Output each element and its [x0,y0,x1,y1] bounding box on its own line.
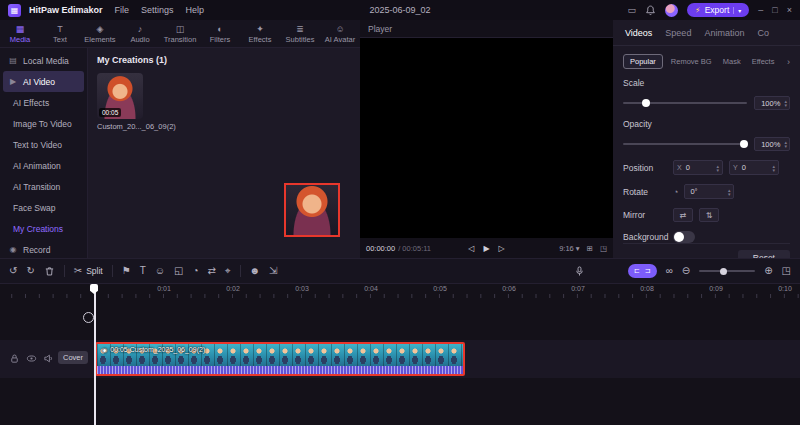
close-button[interactable]: × [787,5,792,15]
zoom-slider-knob[interactable] [720,268,727,275]
tab-speed[interactable]: Speed [665,28,691,38]
marker-icon[interactable]: ⚑ [122,266,131,276]
sticker-icon[interactable]: ☺ [155,266,165,276]
tab-transition[interactable]: ◫ Transition [160,20,200,47]
tab-ai-avatar[interactable]: ☺ AI Avatar [320,20,360,47]
rotate-value: 0° [688,187,725,196]
sidebar-item-ai-effects[interactable]: AI Effects [0,92,87,113]
player-video-area[interactable] [360,38,613,238]
opacity-slider[interactable] [623,143,747,145]
delete-icon[interactable] [44,266,55,277]
tab-videos[interactable]: Videos [625,28,652,38]
opacity-slider-thumb[interactable] [740,140,748,148]
next-frame-button[interactable]: ▷ [499,244,505,253]
export-button[interactable]: ⚡ Export ▾ [687,3,749,17]
snap-link-toggle[interactable]: ⊏ ⊐ [628,264,657,278]
sidebar-item-face-swap[interactable]: Face Swap [0,197,87,218]
stepper-arrows[interactable]: ▴▾ [784,99,787,107]
tab-subtitles[interactable]: ≣ Subtitles [280,20,320,47]
sidebar-item-label: AI Animation [13,161,61,171]
chip-mask[interactable]: Mask [720,55,744,68]
scale-value-box[interactable]: 100% ▴▾ [754,96,790,110]
text-tool-icon[interactable]: T [140,266,146,276]
notifications-icon[interactable] [645,5,656,16]
fullscreen-icon[interactable]: ◳ [600,244,607,253]
sidebar-item-ai-video[interactable]: ▶ AI Video [3,71,84,92]
chip-remove-bg[interactable]: Remove BG [668,55,715,68]
link-clips-icon[interactable]: ∞ [666,266,673,276]
tab-audio[interactable]: ♪ Audio [120,20,160,47]
rotate-stepper[interactable]: 0° ▴▾ [684,184,734,199]
stepper-arrows[interactable]: ▴▾ [772,164,775,172]
sidebar-item-ai-transition[interactable]: AI Transition [0,176,87,197]
play-button[interactable]: ▶ [483,244,489,253]
tab-media[interactable]: ▦ Media [0,20,40,47]
user-avatar[interactable] [665,4,678,17]
tab-elements[interactable]: ◈ Elements [80,20,120,47]
split-button[interactable]: ✂ Split [74,266,103,276]
sidebar-item-local-media[interactable]: ▤ Local Media [0,50,87,71]
menu-settings[interactable]: Settings [141,5,174,15]
sidebar-item-image-to-video[interactable]: Image To Video [0,113,87,134]
tab-effects[interactable]: ✦ Effects [240,20,280,47]
media-thumbnail[interactable]: 00:05 [97,73,143,119]
display-mode-icon[interactable]: ▭ [628,5,637,15]
position-y-stepper[interactable]: Y 0 ▴▾ [729,160,779,175]
audio-icon: ♪ [138,24,143,34]
position-x-value: 0 [684,163,715,172]
stepper-arrows[interactable]: ▴▾ [784,140,787,148]
zoom-in-icon[interactable]: ⊕ [764,266,772,276]
media-item[interactable]: 00:05 Custom_20..._06_09(2) [97,73,149,131]
scale-slider-thumb[interactable] [642,99,650,107]
tab-color[interactable]: Co [757,28,769,38]
opacity-value-box[interactable]: 100% ▴▾ [754,137,790,151]
hide-track-icon[interactable] [26,353,37,364]
grid-overlay-icon[interactable]: ⊞ [587,244,593,253]
cover-button[interactable]: Cover [58,351,88,364]
scale-slider[interactable] [623,102,747,104]
undo-icon[interactable]: ↺ [9,266,17,276]
transform-icon[interactable]: ⌖ [225,266,231,276]
timeline-ruler[interactable]: 0:01 0:02 0:03 0:04 0:05 0:06 0:07 0:08 … [0,284,800,298]
menu-help[interactable]: Help [186,5,205,15]
position-x-stepper[interactable]: X 0 ▴▾ [673,160,723,175]
aspect-ratio-select[interactable]: 9:16 ▾ [559,244,579,253]
menu-file[interactable]: File [115,5,130,15]
mute-track-icon[interactable] [43,353,54,364]
minimize-button[interactable]: – [758,5,763,15]
chip-popular[interactable]: Popular [623,54,663,69]
timeline-zoom-slider[interactable] [699,270,755,272]
tab-filters[interactable]: ◐ Filters [200,20,240,47]
flip-icon[interactable]: ⇄ [208,266,216,276]
chip-effects[interactable]: Effects [749,55,778,68]
face-swap-icon[interactable]: ☻ [250,266,261,276]
sidebar-item-my-creations[interactable]: My Creations [0,218,87,239]
export-chevron-icon[interactable]: ▾ [733,7,741,14]
tab-text[interactable]: T Text [40,20,80,47]
mirror-vertical-button[interactable]: ⇅ [699,208,719,222]
floating-clip-preview[interactable] [284,183,340,237]
timeline-clip[interactable]: ◉ 00:05 Custom_2025_06_09(2) [95,342,465,376]
tab-animation[interactable]: Animation [704,28,744,38]
previous-frame-button[interactable]: ◁ [468,244,474,253]
mirror-horizontal-button[interactable]: ⇄ [673,208,693,222]
fit-timeline-icon[interactable]: ◳ [782,266,791,276]
stepper-arrows[interactable]: ▴▾ [728,188,731,196]
playhead-handle-icon[interactable] [83,312,94,323]
lock-track-icon[interactable] [9,353,20,364]
zoom-out-icon[interactable]: ⊖ [682,266,690,276]
rotate-dial-icon[interactable]: ◔ [673,187,678,197]
export-frame-icon[interactable]: ⇲ [269,266,277,276]
playhead-line[interactable] [94,284,96,425]
stepper-arrows[interactable]: ▴▾ [716,164,719,172]
maximize-button[interactable]: □ [772,5,777,15]
crop-icon[interactable]: ◱ [174,266,183,276]
voiceover-mic-icon[interactable] [574,266,585,277]
chevron-right-icon[interactable]: › [787,57,790,67]
sidebar-item-record[interactable]: ◉ Record [0,239,87,260]
sidebar-item-text-to-video[interactable]: Text to Video [0,134,87,155]
sidebar-item-ai-animation[interactable]: AI Animation [0,155,87,176]
background-toggle[interactable] [673,231,695,243]
speed-icon[interactable]: ◔ [192,266,198,276]
redo-icon[interactable]: ↻ [26,266,34,276]
